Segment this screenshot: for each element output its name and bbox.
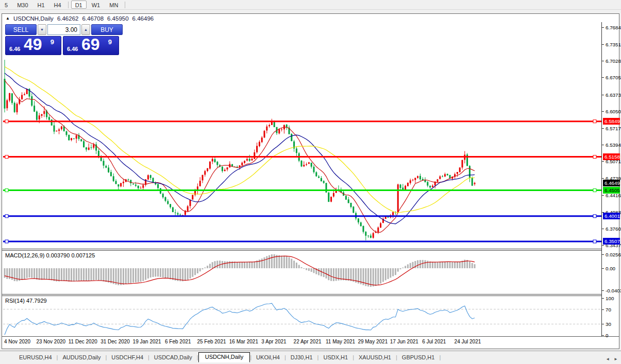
volume-decrease-button[interactable]: ▼ xyxy=(38,24,46,35)
level-price-label: 6.35078 xyxy=(603,238,620,245)
price-axis[interactable]: 6.768406.735156.702856.670556.637306.605… xyxy=(601,22,619,336)
macd-bar xyxy=(410,263,411,268)
bear-candle xyxy=(51,119,53,126)
rsi-tick-label: 0 xyxy=(606,333,608,338)
rsi-pane-splitter[interactable] xyxy=(2,294,619,296)
macd-bar xyxy=(437,262,439,268)
rsi-tick xyxy=(602,335,604,336)
line-handle xyxy=(593,240,596,243)
macd-bar xyxy=(397,268,399,272)
bull-candle xyxy=(187,206,189,211)
bear-candle xyxy=(365,232,366,236)
bear-candle xyxy=(68,135,70,141)
candles-layer xyxy=(4,60,476,240)
bear-candle xyxy=(48,117,50,119)
macd-bar xyxy=(343,268,344,280)
tab-eurusd-h4[interactable]: EURUSD,H4 xyxy=(14,353,57,362)
macd-bar xyxy=(115,268,117,285)
macd-bar xyxy=(432,262,433,268)
level-line-6.35078[interactable] xyxy=(3,240,601,243)
macd-bar xyxy=(204,267,206,268)
level-line-6.51582[interactable] xyxy=(3,155,601,159)
ohlc-open: 6.46262 xyxy=(57,15,79,22)
macd-bar xyxy=(249,262,250,268)
macd-bar xyxy=(335,268,337,281)
timeframe-button-d1[interactable]: D1 xyxy=(71,1,87,9)
macd-bar xyxy=(95,268,97,280)
bear-candle xyxy=(157,184,159,188)
level-line-6.40019[interactable] xyxy=(3,215,601,218)
macd-bar xyxy=(439,262,441,268)
timeframe-button-mn[interactable]: MN xyxy=(105,1,122,9)
tab-audusd-daily[interactable]: AUDUSD,Daily xyxy=(58,353,105,362)
macd-bar xyxy=(88,268,90,281)
price-tick xyxy=(602,145,604,145)
macd-bar xyxy=(184,268,186,281)
sell-price-box[interactable]: 6.46 49 9 xyxy=(5,36,61,55)
timeframe-button-w1[interactable]: W1 xyxy=(88,1,105,9)
tab-usdx-h1[interactable]: USDX,H1 xyxy=(318,353,353,362)
timeframe-button-h4[interactable]: H4 xyxy=(50,1,65,9)
macd-bar xyxy=(43,268,45,280)
price-tick xyxy=(602,245,604,246)
bear-candle xyxy=(172,207,174,212)
price-tick xyxy=(602,128,604,129)
macd-bar xyxy=(138,268,139,282)
macd-bar xyxy=(251,262,253,268)
toolbar-divider xyxy=(125,2,125,8)
bear-candle xyxy=(427,182,428,185)
date-label: 11 May 2021 xyxy=(326,339,355,344)
macd-bar xyxy=(234,262,236,268)
bear-candle xyxy=(91,147,92,148)
level-line-6.45059[interactable] xyxy=(3,189,601,192)
level-line-6.58499[interactable] xyxy=(3,120,601,123)
macd-bar xyxy=(51,268,53,280)
bear-candle xyxy=(177,213,179,215)
tab-scroll-left-icon[interactable]: ◄ xyxy=(606,357,610,361)
macd-bar xyxy=(170,268,171,279)
tab-xauusd-h1[interactable]: XAUUSD,H1 xyxy=(354,353,396,362)
macd-bar xyxy=(167,268,169,279)
macd-bar xyxy=(227,262,228,268)
volume-input[interactable] xyxy=(47,24,80,35)
current-price-label: 6.46496 xyxy=(603,180,620,186)
volume-increase-button[interactable]: ▲ xyxy=(81,24,90,35)
bear-candle xyxy=(318,177,320,178)
macd-bar xyxy=(46,268,47,280)
tab-ukoil-h4[interactable]: UKOil,H4 xyxy=(251,353,284,362)
tab-usdcad-daily[interactable]: USDCAD,Daily xyxy=(149,353,197,362)
macd-bar xyxy=(266,256,267,268)
bull-candle xyxy=(61,127,62,129)
collapse-ohlc-icon[interactable]: ▲ xyxy=(6,16,10,21)
macd-bar xyxy=(274,254,275,268)
macd-bar xyxy=(392,268,394,276)
buy-price-box[interactable]: 6.46 69 9 xyxy=(63,36,119,55)
tab-usdchf-h4[interactable]: USDCHF,H4 xyxy=(107,353,148,362)
macd-bar xyxy=(311,268,312,272)
bull-candle xyxy=(444,174,446,176)
buy-button[interactable]: BUY xyxy=(91,24,123,35)
date-label: 25 Feb 2021 xyxy=(197,339,226,344)
bull-candle xyxy=(405,186,406,189)
bull-candle xyxy=(373,233,374,238)
macd-bar xyxy=(289,257,290,268)
tab-usdcnh-daily[interactable]: USDCNH,Daily xyxy=(198,352,250,362)
macd-bar xyxy=(345,268,347,281)
tab-scroll-right-icon[interactable]: ► xyxy=(614,357,618,361)
macd-bar xyxy=(246,262,248,268)
timeframe-button-h1[interactable]: H1 xyxy=(33,1,49,9)
bull-candle xyxy=(437,179,439,182)
price-tick xyxy=(602,95,604,95)
timeframe-button-5[interactable]: 5 xyxy=(1,1,12,9)
macd-bar xyxy=(385,268,387,280)
macd-pane-splitter[interactable] xyxy=(2,249,619,251)
bear-candle xyxy=(222,167,223,171)
macd-bar xyxy=(33,268,35,279)
timeframe-button-m30[interactable]: M30 xyxy=(13,1,32,9)
tab-gbpusd-h1[interactable]: GBPUSD,H1 xyxy=(397,353,440,362)
macd-bar xyxy=(29,268,30,278)
bear-candle xyxy=(328,193,329,202)
tab-dj30-h1[interactable]: DJ30,H1 xyxy=(286,353,317,362)
macd-bar xyxy=(444,262,446,268)
sell-button[interactable]: SELL xyxy=(5,24,37,35)
